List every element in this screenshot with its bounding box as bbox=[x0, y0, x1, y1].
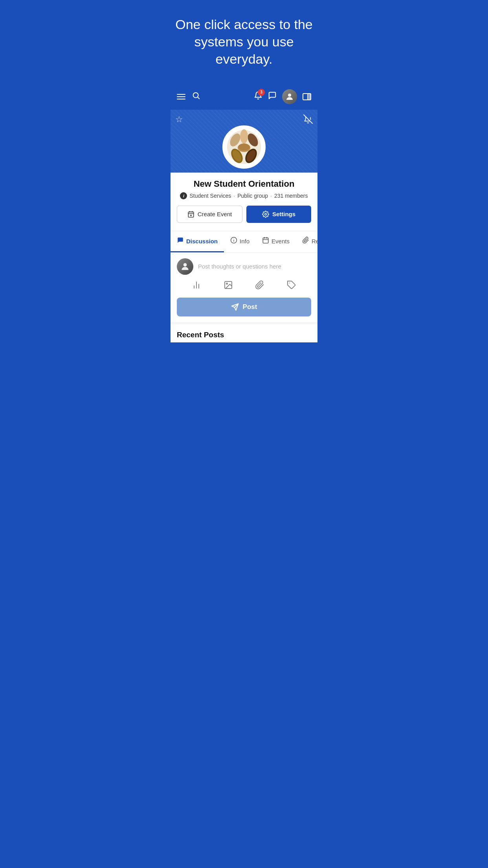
tab-events-label: Events bbox=[272, 238, 290, 245]
post-button[interactable]: Post bbox=[177, 298, 311, 316]
svg-point-20 bbox=[265, 213, 267, 215]
tab-bar: Discussion Info Events bbox=[171, 231, 317, 252]
chart-tool-icon[interactable] bbox=[192, 280, 201, 292]
group-meta: i Student Services · Public group · 231 … bbox=[177, 192, 311, 199]
post-tools bbox=[177, 280, 311, 292]
app-card: 3 ☆ bbox=[171, 84, 317, 342]
svg-point-11 bbox=[240, 129, 248, 143]
svg-point-28 bbox=[183, 263, 187, 267]
svg-rect-24 bbox=[263, 238, 268, 243]
poster-avatar bbox=[177, 258, 193, 275]
info-tab-icon bbox=[230, 237, 237, 246]
tag-tool-icon[interactable] bbox=[287, 280, 296, 292]
tab-info-label: Info bbox=[240, 238, 250, 245]
group-name: New Student Orientation bbox=[177, 179, 311, 189]
notification-count-badge: 3 bbox=[258, 89, 265, 96]
header-left bbox=[177, 91, 200, 102]
image-tool-icon[interactable] bbox=[224, 280, 233, 292]
recent-posts-section: Recent Posts bbox=[171, 322, 317, 342]
post-area: Post thoughts or questions here bbox=[171, 252, 317, 322]
post-button-label: Post bbox=[243, 303, 257, 311]
svg-point-33 bbox=[226, 283, 227, 284]
settings-button[interactable]: Settings bbox=[246, 206, 311, 223]
attachment-tool-icon[interactable] bbox=[255, 280, 264, 292]
tab-events[interactable]: Events bbox=[256, 231, 296, 252]
svg-point-2 bbox=[288, 94, 291, 97]
hamburger-menu-icon[interactable] bbox=[177, 94, 185, 99]
info-icon[interactable]: i bbox=[180, 192, 187, 199]
tab-discussion[interactable]: Discussion bbox=[171, 231, 224, 252]
app-header: 3 bbox=[171, 84, 317, 110]
svg-point-13 bbox=[238, 143, 250, 151]
resources-tab-icon bbox=[302, 237, 309, 246]
tab-resources-label: Resour... bbox=[312, 238, 317, 245]
group-info-section: New Student Orientation i Student Servic… bbox=[171, 173, 317, 231]
events-tab-icon bbox=[262, 237, 269, 246]
user-avatar[interactable] bbox=[282, 89, 297, 104]
meta-separator-1: · bbox=[233, 193, 235, 199]
create-event-button[interactable]: Create Event bbox=[177, 206, 242, 223]
favorite-star-icon[interactable]: ☆ bbox=[175, 114, 183, 126]
discussion-tab-icon bbox=[177, 237, 184, 246]
notification-bell-icon[interactable]: 3 bbox=[254, 91, 262, 102]
settings-label: Settings bbox=[272, 211, 295, 217]
tab-discussion-label: Discussion bbox=[186, 238, 218, 245]
tab-resources[interactable]: Resour... bbox=[296, 231, 317, 252]
group-type: Public group bbox=[237, 193, 268, 199]
group-banner: ☆ bbox=[171, 110, 317, 173]
create-event-label: Create Event bbox=[198, 211, 232, 217]
hero-section: One click access to the systems you use … bbox=[163, 0, 325, 80]
svg-line-3 bbox=[304, 115, 312, 123]
post-input-placeholder[interactable]: Post thoughts or questions here bbox=[198, 263, 281, 270]
header-right: 3 bbox=[254, 89, 311, 104]
hero-title: One click access to the systems you use … bbox=[174, 16, 314, 68]
mute-notifications-icon[interactable] bbox=[303, 114, 313, 126]
post-input-row: Post thoughts or questions here bbox=[177, 258, 311, 275]
group-department: Student Services bbox=[189, 193, 231, 199]
meta-separator-2: · bbox=[270, 193, 272, 199]
recent-posts-title: Recent Posts bbox=[177, 331, 311, 339]
panel-toggle-icon[interactable] bbox=[303, 93, 311, 100]
tab-info[interactable]: Info bbox=[224, 231, 256, 252]
svg-line-1 bbox=[198, 97, 199, 99]
action-buttons: Create Event Settings bbox=[177, 206, 311, 223]
chat-icon[interactable] bbox=[268, 91, 277, 102]
search-icon[interactable] bbox=[192, 91, 200, 102]
banner-controls: ☆ bbox=[175, 114, 313, 126]
group-logo bbox=[222, 125, 266, 169]
group-members: 231 members bbox=[274, 193, 308, 199]
